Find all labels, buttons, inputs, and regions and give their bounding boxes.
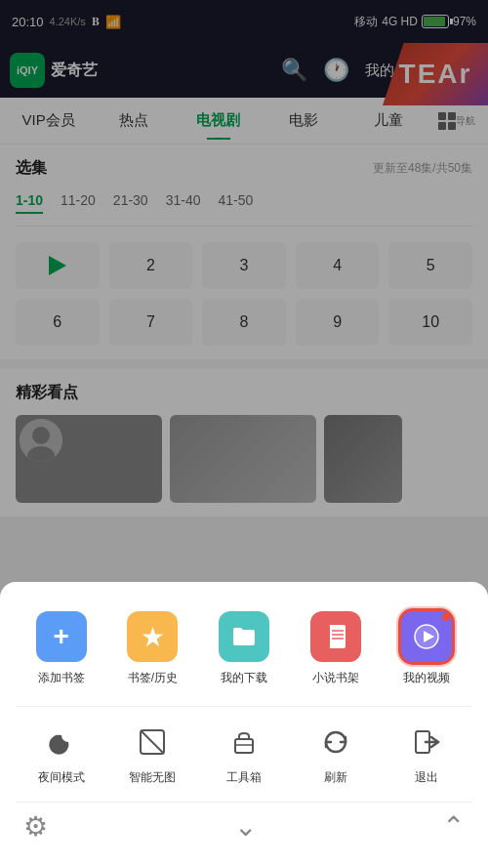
- menu-item-logout[interactable]: 退出: [381, 723, 472, 786]
- book-icon: [323, 623, 348, 650]
- refresh-label: 刷新: [324, 769, 347, 786]
- sheet-bottom-row: 夜间模式 智能无图 工具箱: [0, 707, 488, 802]
- menu-item-bookmark-history[interactable]: ★ 书签/历史: [107, 611, 199, 686]
- novel-shelf-label: 小说书架: [312, 670, 359, 686]
- menu-item-bookmark-add[interactable]: + 添加书签: [16, 611, 107, 686]
- svg-rect-4: [326, 625, 330, 648]
- toolbox-label: 工具箱: [226, 769, 262, 786]
- bookmark-add-label: 添加书签: [38, 670, 85, 686]
- settings-button[interactable]: ⚙: [23, 810, 48, 843]
- folder-icon: [230, 623, 258, 650]
- logout-label: 退出: [415, 769, 438, 786]
- smart-no-frame-icon: [133, 723, 172, 762]
- menu-item-my-download[interactable]: 我的下载: [198, 611, 290, 686]
- play-circle-icon: [413, 623, 440, 650]
- my-video-icon-wrap: [401, 611, 452, 662]
- my-download-icon-wrap: [219, 611, 269, 662]
- collapse-button[interactable]: ⌄: [234, 810, 257, 843]
- star-icon: ★: [141, 621, 165, 653]
- my-download-label: 我的下载: [221, 670, 267, 686]
- novel-shelf-icon-wrap: [310, 611, 361, 662]
- sheet-menu-row: + 添加书签 ★ 书签/历史 我的下载: [0, 601, 488, 706]
- red-dot: [442, 613, 450, 621]
- logout-icon: [407, 723, 446, 762]
- toolbox-icon: [224, 723, 264, 762]
- plus-icon: +: [54, 621, 69, 652]
- menu-item-toolbox[interactable]: 工具箱: [198, 723, 290, 786]
- bookmark-history-icon-wrap: ★: [127, 611, 178, 662]
- night-mode-icon: [42, 723, 81, 762]
- menu-item-night-mode[interactable]: 夜间模式: [16, 723, 107, 786]
- night-mode-label: 夜间模式: [38, 769, 85, 786]
- bookmark-history-label: 书签/历史: [128, 670, 178, 686]
- bookmark-add-icon-wrap: +: [36, 611, 87, 662]
- svg-line-11: [141, 730, 164, 754]
- menu-item-my-video[interactable]: 我的视频: [381, 611, 472, 686]
- refresh-icon: [316, 723, 355, 762]
- expand-button[interactable]: ⌃: [442, 810, 465, 843]
- sheet-footer: ⚙ ⌄ ⌃: [0, 803, 488, 858]
- menu-item-smart-no-frame[interactable]: 智能无图: [107, 723, 199, 786]
- menu-item-refresh[interactable]: 刷新: [290, 723, 382, 786]
- svg-rect-12: [235, 739, 253, 753]
- bottom-sheet: + 添加书签 ★ 书签/历史 我的下载: [0, 582, 488, 868]
- smart-no-frame-label: 智能无图: [129, 769, 176, 786]
- menu-item-novel-shelf[interactable]: 小说书架: [290, 611, 382, 686]
- my-video-label: 我的视频: [403, 670, 450, 686]
